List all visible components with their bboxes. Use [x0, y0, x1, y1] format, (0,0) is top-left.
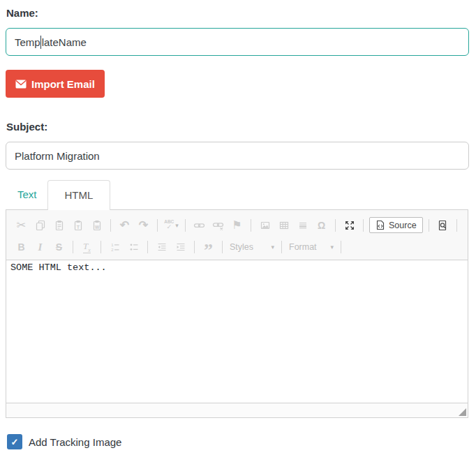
- add-tracking-image-label: Add Tracking Image: [29, 436, 121, 448]
- decrease-indent-button[interactable]: [152, 239, 171, 255]
- editor-toolbar: ✂ T: [6, 210, 468, 260]
- remove-format-button[interactable]: Tx: [77, 239, 96, 255]
- special-character-button[interactable]: Ω: [312, 217, 331, 234]
- source-toggle-button[interactable]: Source: [369, 217, 423, 233]
- paste-plain-text-button[interactable]: T: [68, 217, 87, 234]
- bold-button[interactable]: B: [12, 239, 31, 255]
- name-label: Name:: [6, 7, 469, 19]
- spellcheck-icon: ABC ✓: [164, 220, 174, 230]
- unlink-button[interactable]: [209, 217, 228, 234]
- remove-format-icon: Tx: [83, 241, 91, 254]
- toolbar-separator: [185, 219, 186, 232]
- svg-text:T: T: [76, 224, 80, 229]
- toolbar-separator: [456, 219, 457, 232]
- add-tracking-image-checkbox[interactable]: ✓: [7, 434, 22, 449]
- blockquote-icon: ”: [204, 248, 213, 253]
- horizontal-rule-button[interactable]: [293, 217, 312, 234]
- editor-status-bar: [6, 403, 468, 417]
- increase-indent-button[interactable]: [171, 239, 190, 255]
- paste-from-word-icon: W: [91, 220, 103, 231]
- bullet-list-button[interactable]: [124, 239, 143, 255]
- table-icon: [278, 220, 290, 231]
- chevron-down-icon: ▾: [271, 244, 274, 251]
- name-value-before-caret: Temp: [15, 36, 40, 48]
- toolbar-separator: [335, 219, 336, 232]
- blockquote-button[interactable]: ”: [199, 239, 218, 255]
- numbered-list-button[interactable]: 1 2: [105, 239, 124, 255]
- strikethrough-icon: S: [56, 241, 62, 253]
- styles-dropdown-label: Styles: [230, 242, 253, 252]
- increase-indent-icon: [175, 241, 186, 253]
- toolbar-row-2: B I S Tx 1 2: [12, 237, 462, 258]
- import-email-label: Import Email: [31, 78, 95, 90]
- cut-icon: ✂: [17, 220, 26, 231]
- undo-icon: ↶: [120, 220, 129, 231]
- spellcheck-button[interactable]: ABC ✓ ▾: [162, 217, 181, 234]
- toolbar-separator: [157, 219, 158, 232]
- copy-button[interactable]: [31, 217, 50, 234]
- toolbar-row-1: ✂ T: [12, 214, 462, 237]
- omega-icon: Ω: [318, 221, 325, 230]
- svg-text:W: W: [94, 224, 99, 229]
- toolbar-separator: [110, 219, 111, 232]
- tab-text[interactable]: Text: [7, 179, 47, 209]
- numbered-list-icon: 1 2: [110, 241, 121, 253]
- toolbar-separator: [73, 241, 73, 253]
- paste-button[interactable]: [50, 217, 68, 234]
- toolbar-separator: [281, 241, 282, 253]
- import-email-button[interactable]: Import Email: [6, 70, 105, 98]
- toolbar-separator: [194, 241, 195, 253]
- table-button[interactable]: [274, 217, 293, 234]
- copy-icon: [35, 220, 46, 231]
- toolbar-separator: [363, 219, 364, 232]
- editor-mode-tabs: Text HTML: [6, 179, 469, 209]
- preview-icon: [437, 220, 448, 231]
- anchor-flag-icon: ⚑: [232, 220, 241, 231]
- preview-button[interactable]: [433, 217, 452, 234]
- chevron-down-icon: ▾: [330, 244, 334, 251]
- svg-text:2: 2: [111, 248, 114, 252]
- source-code-icon: [375, 220, 385, 230]
- paste-plain-text-icon: T: [73, 220, 84, 231]
- decrease-indent-icon: [156, 241, 168, 253]
- bullet-list-icon: [128, 241, 140, 253]
- resize-handle[interactable]: [459, 408, 466, 416]
- styles-dropdown[interactable]: Styles ▾: [227, 242, 277, 252]
- unlink-icon: [212, 220, 224, 231]
- maximize-icon: [344, 220, 355, 231]
- italic-button[interactable]: I: [31, 239, 50, 255]
- name-input[interactable]: TemplateName: [6, 28, 469, 56]
- link-button[interactable]: [190, 217, 209, 234]
- bold-icon: B: [17, 241, 24, 253]
- toolbar-separator: [222, 241, 223, 253]
- envelope-icon: [15, 80, 27, 89]
- toolbar-separator: [147, 241, 148, 253]
- subject-label: Subject:: [6, 121, 469, 133]
- source-code-textarea[interactable]: SOME HTML text...: [6, 260, 468, 403]
- tracking-image-row: ✓ Add Tracking Image: [7, 434, 469, 449]
- format-dropdown-label: Format: [289, 242, 317, 252]
- toolbar-separator: [251, 219, 251, 232]
- anchor-button[interactable]: ⚑: [228, 217, 246, 234]
- rich-text-editor: ✂ T: [6, 209, 468, 418]
- subject-value: Platform Migration: [15, 150, 100, 162]
- format-dropdown[interactable]: Format ▾: [286, 242, 336, 252]
- toolbar-separator: [101, 241, 101, 253]
- tab-html[interactable]: HTML: [47, 180, 111, 210]
- strikethrough-button[interactable]: S: [50, 239, 68, 255]
- italic-icon: I: [38, 241, 43, 253]
- template-editor-page: Name: TemplateName Import Email Subject:…: [0, 0, 476, 449]
- toolbar-separator: [341, 241, 341, 253]
- cut-button[interactable]: ✂: [12, 217, 31, 234]
- redo-button[interactable]: ↷: [134, 217, 153, 234]
- chevron-down-icon: ▾: [175, 222, 179, 229]
- image-button[interactable]: [255, 217, 274, 234]
- maximize-button[interactable]: [340, 217, 359, 234]
- source-button-label: Source: [389, 221, 417, 230]
- redo-icon: ↷: [139, 220, 148, 231]
- paste-from-word-button[interactable]: W: [87, 217, 106, 234]
- image-icon: [260, 220, 271, 231]
- svg-text:1: 1: [111, 243, 114, 247]
- subject-input[interactable]: Platform Migration: [6, 142, 469, 170]
- undo-button[interactable]: ↶: [115, 217, 134, 234]
